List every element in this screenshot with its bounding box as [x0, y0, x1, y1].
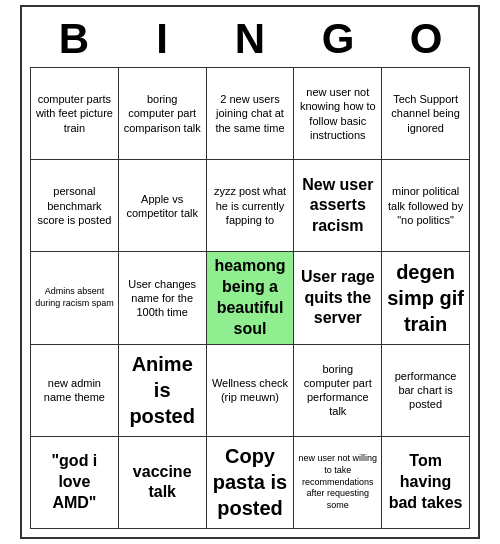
header-letter-N: N — [206, 15, 294, 63]
bingo-cell-7: zyzz post what he is currently fapping t… — [207, 160, 295, 252]
header-letter-B: B — [30, 15, 118, 63]
bingo-cell-18: boring computer part performance talk — [294, 345, 382, 437]
bingo-card: BINGO computer parts with feet picture t… — [20, 5, 480, 539]
bingo-cell-0: computer parts with feet picture train — [31, 68, 119, 160]
bingo-cell-11: User changes name for the 100th time — [119, 252, 207, 344]
bingo-cell-21: vaccine talk — [119, 437, 207, 529]
header-letter-O: O — [382, 15, 470, 63]
bingo-grid: computer parts with feet picture trainbo… — [30, 67, 470, 529]
bingo-cell-24: Tom having bad takes — [382, 437, 470, 529]
header-letter-G: G — [294, 15, 382, 63]
bingo-cell-17: Wellness check (rip meuwn) — [207, 345, 295, 437]
bingo-cell-2: 2 new users joining chat at the same tim… — [207, 68, 295, 160]
bingo-cell-5: personal benchmark score is posted — [31, 160, 119, 252]
bingo-cell-19: performance bar chart is posted — [382, 345, 470, 437]
bingo-cell-15: new admin name theme — [31, 345, 119, 437]
bingo-cell-23: new user not willing to take recommendat… — [294, 437, 382, 529]
bingo-cell-12: heamong being a beautiful soul — [207, 252, 295, 344]
bingo-cell-22: Copy pasta is posted — [207, 437, 295, 529]
bingo-header: BINGO — [30, 15, 470, 63]
bingo-cell-14: degen simp gif train — [382, 252, 470, 344]
bingo-cell-3: new user not knowing how to follow basic… — [294, 68, 382, 160]
bingo-cell-9: minor political talk followed by "no pol… — [382, 160, 470, 252]
bingo-cell-8: New user asserts racism — [294, 160, 382, 252]
bingo-cell-16: Anime is posted — [119, 345, 207, 437]
bingo-cell-6: Apple vs competitor talk — [119, 160, 207, 252]
header-letter-I: I — [118, 15, 206, 63]
bingo-cell-20: "god i love AMD" — [31, 437, 119, 529]
bingo-cell-4: Tech Support channel being ignored — [382, 68, 470, 160]
bingo-cell-1: boring computer part comparison talk — [119, 68, 207, 160]
bingo-cell-10: Admins absent during racism spam — [31, 252, 119, 344]
bingo-cell-13: User rage quits the server — [294, 252, 382, 344]
